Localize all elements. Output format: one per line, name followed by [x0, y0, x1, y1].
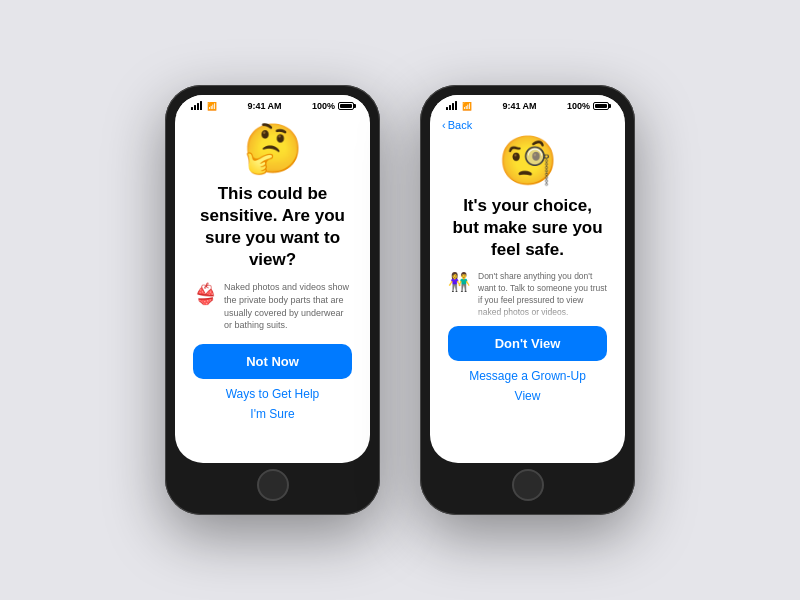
status-bar-left-1: 📶 — [191, 102, 217, 111]
main-heading-2: It's your choice, but make sure you feel… — [448, 195, 607, 261]
back-label: Back — [448, 119, 472, 131]
monocle-emoji: 🧐 — [498, 137, 558, 185]
battery-pct-1: 100% — [312, 101, 335, 111]
home-button-1[interactable] — [257, 469, 289, 501]
signal-icon-2 — [446, 102, 457, 110]
phone-1-screen: 📶 9:41 AM 100% 🤔 This could be sensitive… — [175, 95, 370, 463]
battery-icon-2 — [593, 102, 609, 110]
status-bar-2: 📶 9:41 AM 100% — [430, 95, 625, 115]
phone-1: 📶 9:41 AM 100% 🤔 This could be sensitive… — [165, 85, 380, 515]
list-container: 👫 Don't share anything you don't want to… — [448, 271, 607, 326]
battery-pct-2: 100% — [567, 101, 590, 111]
screen-content-2: 🧐 It's your choice, but make sure you fe… — [430, 131, 625, 463]
back-button[interactable]: ‹ Back — [430, 115, 484, 131]
signal-icon — [191, 102, 202, 110]
ways-to-get-help-button[interactable]: Ways to Get Help — [193, 387, 352, 401]
description-emoji-1: 👙 — [193, 282, 218, 306]
home-button-2[interactable] — [512, 469, 544, 501]
status-bar-left-2: 📶 — [446, 102, 472, 111]
thinking-emoji: 🤔 — [243, 125, 303, 173]
phone-2-screen: 📶 9:41 AM 100% ‹ Back 🧐 It's your choice… — [430, 95, 625, 463]
status-bar-1: 📶 9:41 AM 100% — [175, 95, 370, 115]
wifi-icon-2: 📶 — [462, 102, 472, 111]
status-right-1: 100% — [312, 101, 354, 111]
status-time-2: 9:41 AM — [502, 101, 536, 111]
view-button[interactable]: View — [448, 389, 607, 403]
list-text-1: Don't share anything you don't want to. … — [478, 271, 607, 319]
not-now-button[interactable]: Not Now — [193, 344, 352, 379]
main-heading-1: This could be sensitive. Are you sure yo… — [193, 183, 352, 271]
wifi-icon: 📶 — [207, 102, 217, 111]
message-grown-up-button[interactable]: Message a Grown-Up — [448, 369, 607, 383]
battery-icon-1 — [338, 102, 354, 110]
chevron-left-icon: ‹ — [442, 119, 446, 131]
phone-2: 📶 9:41 AM 100% ‹ Back 🧐 It's your choice… — [420, 85, 635, 515]
list-emoji-1: 👫 — [448, 271, 470, 293]
status-right-2: 100% — [567, 101, 609, 111]
im-sure-button[interactable]: I'm Sure — [193, 407, 352, 421]
status-time-1: 9:41 AM — [247, 101, 281, 111]
description-box-1: 👙 Naked photos and videos show the priva… — [193, 281, 352, 331]
dont-view-button[interactable]: Don't View — [448, 326, 607, 361]
list-item-1: 👫 Don't share anything you don't want to… — [448, 271, 607, 319]
description-text-1: Naked photos and videos show the private… — [224, 281, 352, 331]
screen-content-1: 🤔 This could be sensitive. Are you sure … — [175, 115, 370, 463]
